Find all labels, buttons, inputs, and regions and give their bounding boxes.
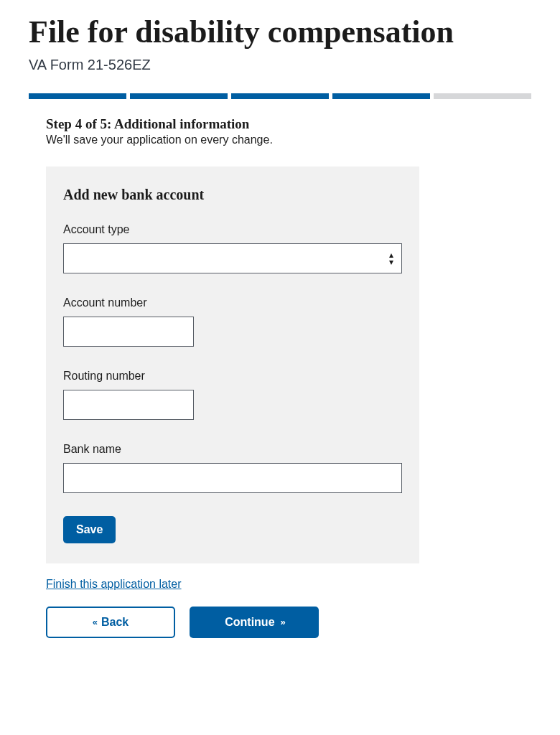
bank-account-card: Add new bank account Account type Accoun… (46, 167, 419, 563)
continue-button-label: Continue (225, 616, 274, 629)
card-title: Add new bank account (63, 187, 402, 203)
bank-name-input[interactable] (63, 463, 402, 493)
step-header: Step 4 of 5: Additional information We'l… (46, 116, 531, 146)
form-number: VA Form 21-526EZ (29, 57, 531, 73)
account-type-field: Account type (63, 223, 402, 273)
progress-segment (130, 93, 228, 99)
step-help: We'll save your application on every cha… (46, 134, 531, 146)
bank-name-label: Bank name (63, 443, 402, 456)
progress-segment (332, 93, 430, 99)
chevron-right-icon: » (281, 617, 284, 627)
save-button[interactable]: Save (63, 516, 116, 543)
routing-number-label: Routing number (63, 370, 402, 383)
back-button[interactable]: « Back (46, 607, 175, 638)
account-number-field: Account number (63, 296, 402, 347)
progress-segment (29, 93, 126, 99)
continue-button[interactable]: Continue » (190, 607, 319, 638)
page-title: File for disability compensation (29, 14, 531, 51)
account-number-input[interactable] (63, 317, 194, 347)
routing-number-input[interactable] (63, 390, 194, 420)
finish-later-link[interactable]: Finish this application later (46, 578, 182, 591)
nav-buttons: « Back Continue » (46, 607, 531, 638)
routing-number-field: Routing number (63, 370, 402, 420)
progress-bar (29, 93, 531, 99)
progress-segment (434, 93, 531, 99)
account-type-label: Account type (63, 223, 402, 236)
bank-name-field: Bank name (63, 443, 402, 493)
chevron-left-icon: « (93, 617, 95, 627)
account-type-select[interactable] (63, 243, 402, 273)
account-number-label: Account number (63, 296, 402, 309)
progress-segment (231, 93, 329, 99)
back-button-label: Back (101, 616, 129, 629)
step-title: Step 4 of 5: Additional information (46, 116, 531, 132)
